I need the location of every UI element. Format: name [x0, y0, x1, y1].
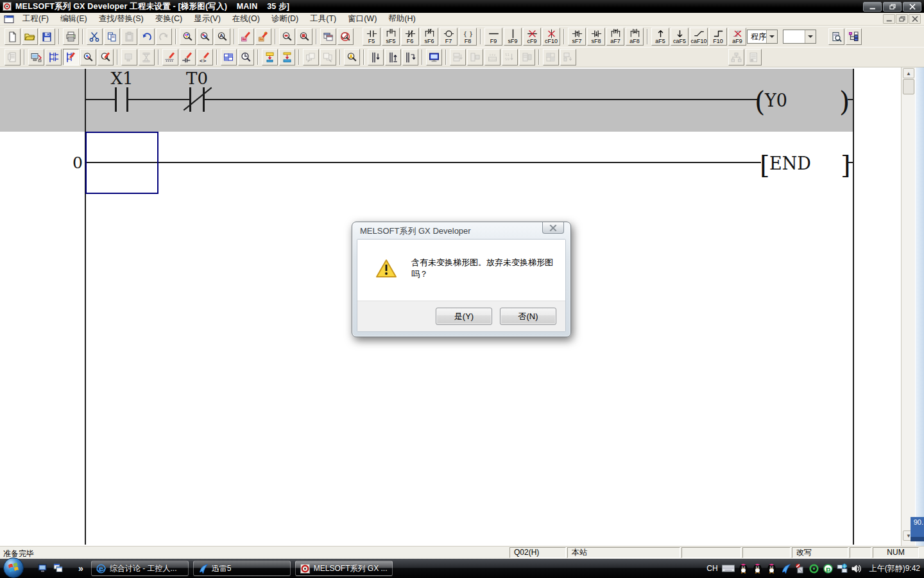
qq-contact-1-icon[interactable]: [738, 563, 749, 574]
menu-item-3[interactable]: 变换(C): [150, 12, 188, 26]
next-window-button[interactable]: [320, 49, 336, 66]
ladder-view-button[interactable]: [46, 49, 62, 66]
step-run-button[interactable]: [450, 49, 466, 66]
menu-item-6[interactable]: 诊断(D): [266, 12, 304, 26]
toolbar-overflow-chevron[interactable]: »: [78, 563, 83, 574]
parameter-button[interactable]: [4, 49, 21, 66]
application-instruction-button[interactable]: { }F8: [459, 28, 477, 46]
program-navigation-button[interactable]: [846, 28, 862, 45]
menu-item-2[interactable]: 查找/替换(S): [93, 12, 150, 26]
zoom-in-button[interactable]: [296, 28, 312, 45]
force-off-button[interactable]: [279, 49, 295, 66]
menu-item-1[interactable]: 编辑(E): [55, 12, 93, 26]
start-button[interactable]: [3, 557, 24, 578]
vertical-line-button[interactable]: sF9: [504, 28, 522, 46]
device-edit-button[interactable]: [98, 49, 114, 66]
edit-contact-button[interactable]: [180, 49, 196, 66]
quick-launch-windows[interactable]: [53, 563, 64, 574]
device-skip-button[interactable]: [402, 49, 418, 66]
open-project-button[interactable]: [22, 28, 38, 45]
force-on-button[interactable]: [262, 49, 278, 66]
edit-device-button[interactable]: [162, 49, 178, 66]
keyboard-icon[interactable]: [722, 564, 735, 573]
paste-button[interactable]: [121, 28, 137, 45]
menu-item-4[interactable]: 显示(V): [188, 12, 227, 26]
entry-monitor-button[interactable]: [344, 49, 360, 66]
network-icon[interactable]: [837, 563, 848, 574]
coil-button[interactable]: F7: [440, 28, 458, 46]
parallel-closed-contact-button[interactable]: sF6: [420, 28, 438, 46]
replace-string-button[interactable]: [255, 28, 271, 45]
task-thunder[interactable]: 迅雷5: [193, 561, 291, 576]
monitor-stop-button[interactable]: [139, 49, 155, 66]
previous-window-button[interactable]: [303, 49, 319, 66]
yes-button[interactable]: 是(Y): [436, 308, 492, 325]
falling-pulse-op-button[interactable]: caF5: [671, 28, 689, 46]
program-tree-button[interactable]: [728, 49, 744, 66]
device-test-button[interactable]: [368, 49, 384, 66]
device-find-button[interactable]: [80, 49, 96, 66]
block-down-button[interactable]: [560, 49, 576, 66]
taskbar-clock[interactable]: 上午(郭静)9:42: [869, 563, 920, 574]
line-branch-button[interactable]: F10: [709, 28, 727, 46]
qq-contact-2-icon[interactable]: [752, 563, 763, 574]
chevron-down-icon[interactable]: [766, 30, 777, 43]
minimize-button[interactable]: [863, 2, 882, 12]
thunder-tray-icon[interactable]: [780, 563, 791, 574]
task-browser[interactable]: e综合讨论 - 工控人...: [91, 561, 189, 576]
monitor-start-button[interactable]: [121, 49, 137, 66]
pplive-tray-icon[interactable]: p: [823, 563, 834, 574]
data-list-button[interactable]: [746, 49, 762, 66]
find-string-button[interactable]: A: [214, 28, 230, 45]
copy-button[interactable]: [104, 28, 120, 45]
zoom-100-button[interactable]: [338, 28, 354, 45]
ladder-edit-mode-button[interactable]: [63, 49, 79, 66]
edit-compare-button[interactable]: <>: [197, 49, 213, 66]
parallel-open-contact-button[interactable]: sF5: [382, 28, 400, 46]
doc-restore-button[interactable]: [896, 14, 908, 24]
slash-line-button[interactable]: caF10: [690, 28, 708, 46]
replace-device-button[interactable]: [238, 28, 254, 45]
input-language-indicator[interactable]: CH: [706, 564, 717, 573]
chevron-down-icon[interactable]: [805, 30, 816, 43]
cut-button[interactable]: [87, 28, 103, 45]
task-gx-developer[interactable]: MELSOFT系列 GX ...: [295, 561, 393, 576]
device-memory-button[interactable]: [221, 49, 237, 66]
ladder-cursor[interactable]: [85, 132, 158, 194]
block-grid-button[interactable]: [543, 49, 559, 66]
qq-contact-3-icon[interactable]: [766, 563, 777, 574]
scroll-up-button[interactable]: ▲: [903, 68, 914, 78]
device-combo[interactable]: [783, 30, 816, 44]
block-list-button[interactable]: [519, 49, 535, 66]
scrollbar-thumb[interactable]: [903, 79, 914, 94]
zoom-out-button[interactable]: [279, 28, 295, 45]
undo-button[interactable]: [139, 28, 155, 45]
rising-pulse-button[interactable]: sF7: [568, 28, 586, 46]
print-button[interactable]: [63, 28, 79, 45]
menu-item-5[interactable]: 在线(O): [227, 12, 266, 26]
menu-item-9[interactable]: 帮助(H): [382, 12, 421, 26]
find-device-button[interactable]: [197, 28, 213, 45]
menu-item-7[interactable]: 工具(T): [304, 12, 342, 26]
quick-launch-desktop[interactable]: [37, 563, 49, 574]
delete-line-button[interactable]: aF9: [728, 28, 746, 46]
horizontal-line-button[interactable]: F9: [484, 28, 502, 46]
menu-item-8[interactable]: 窗口(W): [342, 12, 382, 26]
project-data-list-button[interactable]: [828, 28, 844, 45]
falling-pulse-button[interactable]: sF8: [587, 28, 605, 46]
kankan-tray-icon[interactable]: [809, 563, 819, 574]
volume-icon[interactable]: [851, 563, 862, 574]
parallel-falling-pulse-button[interactable]: aF8: [626, 28, 644, 46]
parallel-rising-pulse-button[interactable]: aF7: [606, 28, 624, 46]
delete-horizontal-line-button[interactable]: cF9: [523, 28, 541, 46]
vertical-scrollbar[interactable]: ▲ ▼: [901, 67, 915, 546]
redo-button[interactable]: [156, 28, 172, 45]
error-jump-button[interactable]: s+verror: [484, 49, 501, 66]
doc-minimize-button[interactable]: [883, 14, 895, 24]
no-button[interactable]: 否(N): [500, 308, 556, 325]
clock-setting-button[interactable]: [238, 49, 254, 66]
new-project-button[interactable]: [4, 28, 21, 45]
open-contact-button[interactable]: F5: [363, 28, 381, 46]
security-tray-icon[interactable]: [794, 563, 805, 574]
tile-windows-button[interactable]: [320, 28, 336, 45]
